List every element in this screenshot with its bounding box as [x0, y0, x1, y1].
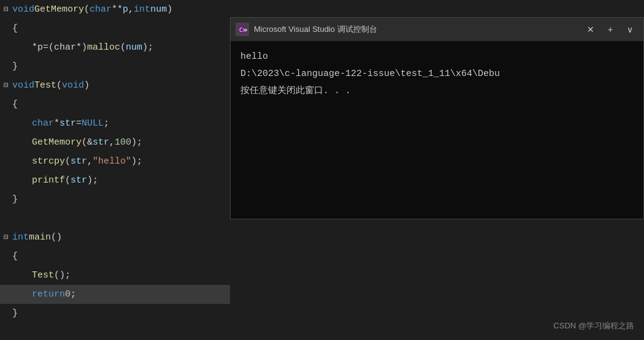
vs-output-line: D:\2023\c-language-122-issue\test_1_11\x…: [240, 66, 634, 83]
code-token: ,: [87, 152, 93, 171]
code-token: ;: [104, 114, 109, 133]
code-line: ⊟void Test(void): [0, 76, 230, 95]
add-button[interactable]: +: [602, 22, 619, 37]
code-line: }: [0, 190, 230, 209]
code-token: *p: [32, 38, 43, 57]
code-token: return: [32, 285, 65, 304]
code-line: Test();: [0, 266, 230, 285]
code-token: ): [167, 0, 172, 19]
code-token: str: [59, 114, 76, 133]
code-line: ⊟int main(): [0, 228, 230, 247]
code-token: (&: [82, 133, 93, 152]
code-token: =: [43, 38, 48, 57]
code-line: }: [0, 57, 230, 76]
code-line: [0, 209, 230, 228]
code-token: str: [71, 152, 87, 171]
code-token: int: [12, 228, 29, 247]
code-token: {: [12, 247, 18, 266]
code-token: GetMemory: [32, 133, 82, 152]
code-token: str: [93, 133, 109, 152]
titlebar-buttons: ✕ + ∨: [582, 22, 638, 37]
code-token: }: [12, 304, 18, 323]
code-token: char: [90, 0, 112, 19]
code-token: (): [51, 228, 62, 247]
vs-title: Microsoft Visual Studio 调试控制台: [254, 24, 577, 35]
code-line: return 0;: [0, 285, 230, 304]
code-token: (char*): [48, 38, 87, 57]
code-line: {: [0, 247, 230, 266]
svg-text:C≫: C≫: [239, 27, 247, 33]
code-token: num: [126, 38, 142, 57]
vs-popup: C≫ Microsoft Visual Studio 调试控制台 ✕ + ∨ h…: [230, 17, 644, 219]
code-line: strcpy(str, "hello");: [0, 152, 230, 171]
code-token: );: [142, 38, 153, 57]
code-token: int: [134, 0, 150, 19]
code-token: void: [62, 76, 84, 95]
vs-content: helloD:\2023\c-language-122-issue\test_1…: [231, 41, 643, 219]
code-token: );: [87, 171, 98, 190]
code-token: );: [131, 133, 142, 152]
code-token: (: [120, 38, 126, 57]
code-token: ;: [71, 285, 76, 304]
code-token: "hello": [93, 152, 131, 171]
code-editor: ⊟void GetMemory(char** p, int num){*p = …: [0, 0, 230, 340]
fold-indicator: ⊟: [4, 0, 10, 19]
code-line: }: [0, 304, 230, 323]
code-token: =: [76, 114, 82, 133]
code-token: printf: [32, 171, 65, 190]
code-token: str: [71, 171, 87, 190]
code-token: void: [12, 76, 34, 95]
vs-icon: C≫: [236, 23, 249, 36]
code-line: ⊟void GetMemory(char** p, int num): [0, 0, 230, 19]
code-token: malloc: [87, 38, 120, 57]
code-token: {: [12, 19, 18, 38]
code-token: (: [84, 0, 90, 19]
code-token: ();: [54, 266, 71, 285]
code-token: *: [54, 114, 59, 133]
fold-indicator: ⊟: [4, 76, 10, 95]
code-token: **: [112, 0, 123, 19]
code-line: {: [0, 19, 230, 38]
code-token: strcpy: [32, 152, 65, 171]
code-token: }: [12, 190, 18, 209]
code-line: GetMemory(&str, 100);: [0, 133, 230, 152]
code-line: char* str = NULL;: [0, 114, 230, 133]
code-token: ,: [109, 133, 115, 152]
code-token: 100: [115, 133, 131, 152]
code-token: Test: [32, 266, 54, 285]
watermark: CSDN @学习编程之路: [553, 320, 634, 331]
code-token: GetMemory: [34, 0, 84, 19]
vs-titlebar: C≫ Microsoft Visual Studio 调试控制台 ✕ + ∨: [231, 18, 643, 41]
fold-indicator: ⊟: [4, 228, 10, 247]
code-token: );: [131, 152, 142, 171]
code-token: NULL: [82, 114, 104, 133]
code-token: Test: [34, 76, 56, 95]
vs-output-line: hello: [240, 48, 634, 66]
code-token: (: [56, 76, 62, 95]
close-button[interactable]: ✕: [582, 22, 599, 37]
code-line: printf(str);: [0, 171, 230, 190]
code-token: void: [12, 0, 34, 19]
code-token: }: [12, 57, 18, 76]
vs-output-line: 按任意键关闭此窗口. . .: [240, 83, 634, 100]
code-token: ,: [128, 0, 134, 19]
code-token: char: [32, 114, 54, 133]
chevron-button[interactable]: ∨: [621, 22, 638, 37]
code-token: p: [123, 0, 128, 19]
code-line: {: [0, 95, 230, 114]
code-token: main: [29, 228, 51, 247]
code-line: *p = (char*)malloc(num);: [0, 38, 230, 57]
code-token: ): [84, 76, 90, 95]
code-token: (: [65, 171, 71, 190]
code-token: 0: [65, 285, 71, 304]
code-token: (: [65, 152, 71, 171]
code-token: num: [150, 0, 167, 19]
code-token: {: [12, 95, 18, 114]
